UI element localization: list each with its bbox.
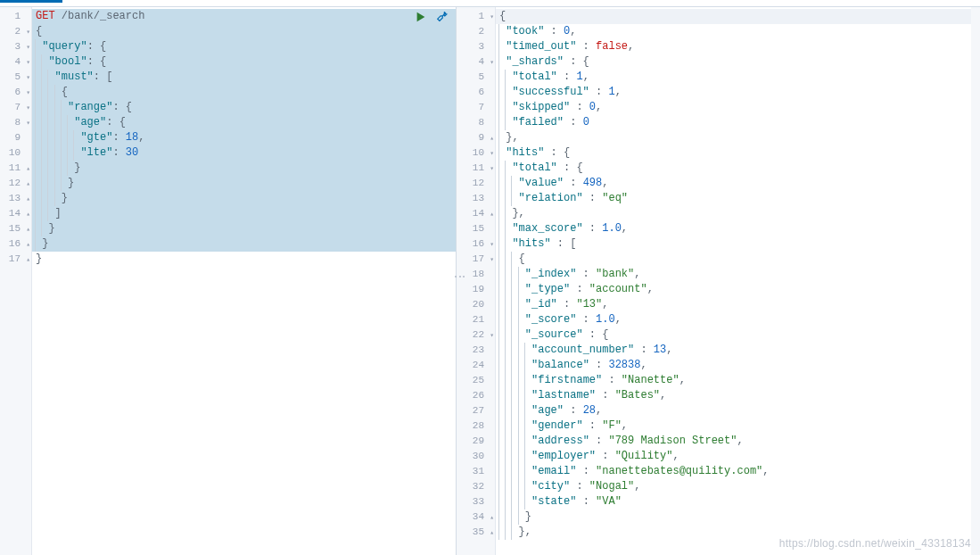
request-actions <box>415 11 449 23</box>
response-panel: 1▾234▾56789▴10▾11▾121314▴1516▾17▾1819202… <box>457 7 980 555</box>
code-line[interactable]: "email" : "nanettebates@quility.com", <box>496 464 980 479</box>
code-line[interactable]: "value" : 498, <box>496 176 980 191</box>
code-line[interactable]: "successful" : 1, <box>496 85 980 100</box>
code-line[interactable]: "account_number" : 13, <box>496 343 980 358</box>
code-line[interactable]: "lastname" : "Bates", <box>496 388 980 403</box>
request-gutter: 12▾3▾4▾5▾6▾7▾8▾91011▴12▴13▴14▴15▴16▴17▴ <box>0 7 32 555</box>
code-line[interactable]: } <box>32 176 456 191</box>
request-panel: 12▾3▾4▾5▾6▾7▾8▾91011▴12▴13▴14▴15▴16▴17▴ … <box>0 7 457 555</box>
code-line[interactable]: { <box>496 252 980 267</box>
run-icon[interactable] <box>415 11 427 23</box>
code-line[interactable]: { <box>32 24 456 39</box>
code-line[interactable]: "age" : 28, <box>496 403 980 418</box>
code-line[interactable]: "_index" : "bank", <box>496 267 980 282</box>
code-line[interactable]: "query": { <box>32 39 456 54</box>
code-line[interactable]: }, <box>496 525 980 540</box>
code-line[interactable]: } <box>32 161 456 176</box>
code-line[interactable]: } <box>496 509 980 525</box>
code-line[interactable]: }, <box>496 206 980 221</box>
code-line[interactable]: "must": [ <box>32 70 456 85</box>
code-line[interactable]: "_shards" : { <box>496 54 980 70</box>
code-line[interactable]: GET /bank/_search <box>32 9 456 24</box>
code-line[interactable]: "total" : 1, <box>496 70 980 85</box>
top-tab-bar <box>0 0 980 7</box>
code-line[interactable]: "state" : "VA" <box>496 494 980 509</box>
code-line[interactable]: "_id" : "13", <box>496 297 980 312</box>
code-line[interactable]: } <box>32 191 456 206</box>
response-code[interactable]: { "took" : 0, "timed_out" : false, "_sha… <box>496 7 980 555</box>
code-line[interactable]: "_type" : "account", <box>496 282 980 297</box>
request-code[interactable]: GET /bank/_search{ "query": { "bool": { … <box>32 7 456 555</box>
code-line[interactable]: "range": { <box>32 100 456 115</box>
code-line[interactable]: "_source" : { <box>496 327 980 343</box>
code-line[interactable]: "max_score" : 1.0, <box>496 221 980 236</box>
code-line[interactable]: "employer" : "Quility", <box>496 449 980 464</box>
code-line[interactable]: "age": { <box>32 115 456 130</box>
code-line[interactable]: { <box>496 9 980 24</box>
code-line[interactable]: } <box>32 221 456 236</box>
editor-panels: 12▾3▾4▾5▾6▾7▾8▾91011▴12▴13▴14▴15▴16▴17▴ … <box>0 7 980 555</box>
code-line[interactable]: } <box>32 236 456 252</box>
code-line[interactable]: "relation" : "eq" <box>496 191 980 206</box>
code-line[interactable]: "firstname" : "Nanette", <box>496 373 980 388</box>
code-line[interactable]: "hits" : { <box>496 145 980 161</box>
code-line[interactable]: "failed" : 0 <box>496 115 980 130</box>
code-line[interactable]: "took" : 0, <box>496 24 980 39</box>
split-handle[interactable]: ⋮ <box>453 271 465 284</box>
code-line[interactable]: "gte": 18, <box>32 130 456 145</box>
code-line[interactable]: } <box>32 252 456 267</box>
code-line[interactable]: ] <box>32 206 456 221</box>
code-line[interactable]: "bool": { <box>32 54 456 70</box>
wrench-icon[interactable] <box>436 11 449 23</box>
code-line[interactable]: "hits" : [ <box>496 236 980 252</box>
code-line[interactable]: "lte": 30 <box>32 145 456 161</box>
code-line[interactable]: { <box>32 85 456 100</box>
code-line[interactable]: "_score" : 1.0, <box>496 312 980 327</box>
code-line[interactable]: "gender" : "F", <box>496 418 980 434</box>
code-line[interactable]: "skipped" : 0, <box>496 100 980 115</box>
code-line[interactable]: "balance" : 32838, <box>496 358 980 373</box>
code-line[interactable]: "timed_out" : false, <box>496 39 980 54</box>
code-line[interactable]: "city" : "Nogal", <box>496 479 980 494</box>
code-line[interactable]: "total" : { <box>496 161 980 176</box>
code-line[interactable]: "address" : "789 Madison Street", <box>496 434 980 449</box>
scrollbar[interactable] <box>971 7 980 555</box>
code-line[interactable]: }, <box>496 130 980 145</box>
